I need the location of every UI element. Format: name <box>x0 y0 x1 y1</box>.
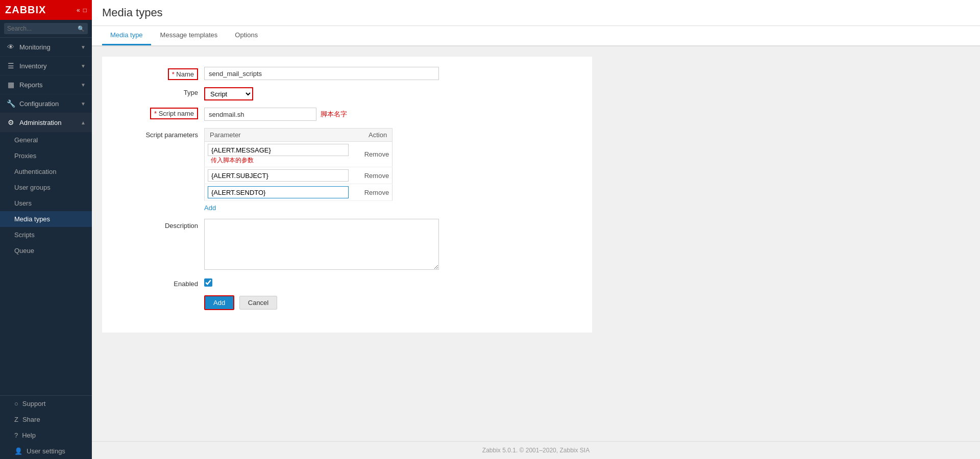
chevron-icon: ▲ <box>81 120 86 125</box>
tab-message-templates[interactable]: Message templates <box>152 26 226 45</box>
sidebar-sub-users[interactable]: Users <box>0 195 92 211</box>
name-input-wrap <box>204 67 439 80</box>
sidebar-item-configuration[interactable]: 🔧 Configuration ▼ <box>0 94 92 113</box>
description-textarea[interactable] <box>204 219 439 270</box>
remove-link-2[interactable]: Remove <box>364 172 389 180</box>
remove-link-1[interactable]: Remove <box>364 150 389 158</box>
sub-item-label: User groups <box>14 184 51 191</box>
help-icon: ? <box>14 431 18 439</box>
param-annotation-1: 传入脚本的参数 <box>211 157 254 164</box>
sidebar-sub-proxies[interactable]: Proxies <box>0 148 92 164</box>
sidebar: ZABBIX « □ 🔍 👁 Monitoring ▼ ☰ Inventory … <box>0 0 92 459</box>
name-label: * Name <box>168 68 198 80</box>
main-content: Media types Media type Message templates… <box>92 0 980 459</box>
sidebar-bottom: ○ Support Z Share ? Help 👤 User settings <box>0 395 92 459</box>
help-label: Help <box>22 431 36 439</box>
page-title: Media types <box>102 6 970 19</box>
script-name-label-wrap: * Script name <box>117 108 204 119</box>
add-param-link[interactable]: Add <box>204 204 216 212</box>
chevron-icon: ▼ <box>81 82 86 88</box>
monitoring-icon: 👁 <box>6 43 15 51</box>
params-table: Parameter Action 传入脚本的参数 <box>204 128 393 201</box>
param-action-3: Remove <box>352 184 393 201</box>
tab-media-type[interactable]: Media type <box>102 26 151 45</box>
required-star: * <box>154 110 159 117</box>
sidebar-sub-scripts[interactable]: Scripts <box>0 227 92 243</box>
sub-item-label: Proxies <box>14 152 36 160</box>
configuration-icon: 🔧 <box>6 99 15 108</box>
inventory-icon: ☰ <box>6 62 15 70</box>
add-button[interactable]: Add <box>204 295 234 310</box>
table-row: Remove <box>205 167 393 184</box>
sub-item-label: Media types <box>14 215 50 223</box>
param-cell-3 <box>205 184 352 201</box>
type-label: Type <box>184 89 198 96</box>
logo-text: ZABBIX <box>5 4 46 16</box>
script-params-label-wrap: Script parameters <box>117 128 204 139</box>
sidebar-support[interactable]: ○ Support <box>0 396 92 412</box>
buttons-wrap: Add Cancel <box>204 295 277 310</box>
type-label-wrap: Type <box>117 87 204 96</box>
form-container: * Name Type Script Email SMS Jabb <box>102 57 592 333</box>
type-row: Type Script Email SMS Jabber Ez Texting <box>117 87 577 100</box>
sidebar-item-label: Configuration <box>19 100 81 108</box>
name-label-wrap: * Name <box>117 67 204 80</box>
sidebar-sub-authentication[interactable]: Authentication <box>0 164 92 180</box>
required-star: * <box>172 70 177 78</box>
param-cell-2 <box>205 167 352 184</box>
expand-icon[interactable]: □ <box>83 7 87 14</box>
param-input-3[interactable] <box>208 186 349 198</box>
param-input-2[interactable] <box>208 169 349 182</box>
page-header: Media types <box>92 0 980 26</box>
sidebar-item-inventory[interactable]: ☰ Inventory ▼ <box>0 57 92 75</box>
description-row: Description <box>117 219 577 271</box>
sidebar-sub-queue[interactable]: Queue <box>0 243 92 259</box>
search-input[interactable] <box>4 23 88 34</box>
share-icon: Z <box>14 416 18 423</box>
sidebar-sub-user-groups[interactable]: User groups <box>0 180 92 195</box>
sub-item-label: General <box>14 136 38 144</box>
name-input[interactable] <box>204 67 439 80</box>
script-name-annotation: 脚本名字 <box>321 110 347 119</box>
tab-options[interactable]: Options <box>227 26 266 45</box>
sidebar-user-settings[interactable]: 👤 User settings <box>0 443 92 459</box>
script-name-label: * Script name <box>150 108 198 119</box>
collapse-icon[interactable]: « <box>77 7 80 14</box>
sidebar-item-monitoring[interactable]: 👁 Monitoring ▼ <box>0 38 92 57</box>
sidebar-item-label: Monitoring <box>19 43 81 51</box>
enabled-row: Enabled <box>117 278 577 288</box>
script-name-input[interactable] <box>204 108 316 121</box>
param-action-1: Remove <box>352 142 393 167</box>
script-name-row: * Script name 脚本名字 <box>117 108 577 121</box>
search-area: 🔍 <box>0 20 92 38</box>
sub-item-label: Queue <box>14 247 34 254</box>
sidebar-help[interactable]: ? Help <box>0 427 92 443</box>
params-action-header: Action <box>352 129 393 142</box>
description-label-wrap: Description <box>117 219 204 230</box>
script-params-label: Script parameters <box>145 131 198 139</box>
type-select-wrap: Script Email SMS Jabber Ez Texting <box>204 87 253 100</box>
sidebar-share[interactable]: Z Share <box>0 412 92 427</box>
param-input-1[interactable] <box>208 144 349 156</box>
sidebar-sub-general[interactable]: General <box>0 132 92 148</box>
enabled-checkbox[interactable] <box>204 278 212 287</box>
enabled-label: Enabled <box>174 280 198 288</box>
type-select[interactable]: Script Email SMS Jabber Ez Texting <box>204 87 253 100</box>
sidebar-sub-media-types[interactable]: Media types <box>0 211 92 227</box>
sidebar-item-label: Inventory <box>19 62 81 70</box>
script-params-row: Script parameters Parameter Action <box>117 128 577 212</box>
remove-link-3[interactable]: Remove <box>364 189 389 196</box>
param-cell-1: 传入脚本的参数 <box>205 142 352 167</box>
sidebar-item-label: Administration <box>19 119 81 126</box>
description-input-wrap <box>204 219 439 271</box>
cancel-button[interactable]: Cancel <box>239 296 277 310</box>
params-col-header: Parameter <box>205 129 352 142</box>
sub-item-label: Users <box>14 199 32 207</box>
sidebar-item-administration[interactable]: ⚙ Administration ▲ <box>0 113 92 132</box>
enabled-label-wrap: Enabled <box>117 278 204 288</box>
sidebar-item-reports[interactable]: ▦ Reports ▼ <box>0 75 92 94</box>
support-label: Support <box>22 400 46 407</box>
param-action-2: Remove <box>352 167 393 184</box>
chevron-icon: ▼ <box>81 101 86 107</box>
tabs-bar: Media type Message templates Options <box>92 26 980 46</box>
